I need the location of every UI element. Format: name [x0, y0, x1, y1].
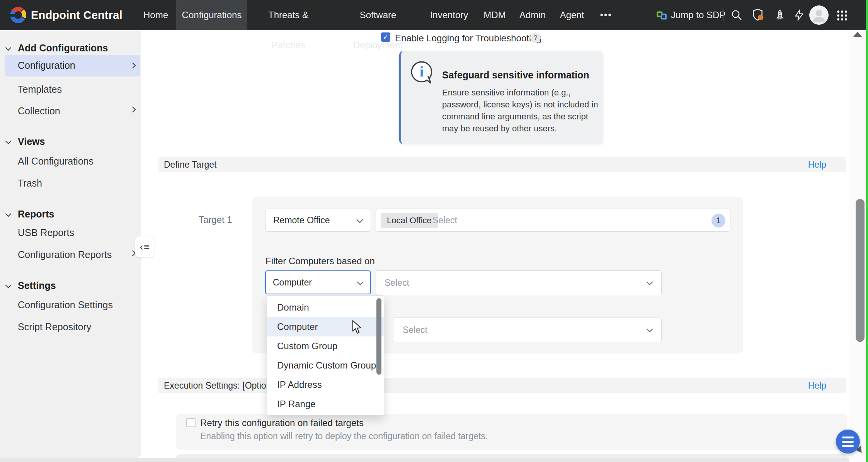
chevron-down-icon: [5, 45, 12, 51]
dropdown-option-domain[interactable]: Domain: [267, 298, 384, 317]
chevron-down-icon: [357, 217, 363, 223]
chevron-right-icon: [130, 250, 136, 256]
sidebar-group-settings[interactable]: Settings: [18, 280, 56, 291]
filter-type-dropdown[interactable]: Computer: [265, 270, 371, 294]
nav-mdm[interactable]: MDM: [480, 0, 509, 30]
logging-help-icon[interactable]: ?: [530, 32, 541, 43]
nav-admin[interactable]: Admin: [518, 0, 547, 30]
chevron-down-icon: [5, 282, 12, 289]
security-shield-icon[interactable]: [751, 8, 765, 22]
sidebar-item-usb-reports[interactable]: USB Reports: [18, 227, 74, 238]
chevron-right-icon: [130, 107, 136, 113]
local-office-chip[interactable]: Local Office: [381, 213, 438, 228]
topbar-divider: [723, 9, 724, 21]
apps-grid-icon[interactable]: [836, 10, 848, 21]
search-icon[interactable]: [731, 9, 742, 21]
menu-lines-icon: ≡: [144, 241, 149, 252]
sidebar-item-configuration[interactable]: Configuration: [5, 55, 140, 76]
office-select-placeholder: Select: [432, 209, 457, 231]
chevron-right-icon: [130, 63, 136, 69]
filter-value-placeholder: Select: [385, 271, 409, 295]
target-scope-dropdown[interactable]: Remote Office: [265, 209, 371, 232]
endpoint-central-app: Endpoint Central Home Configurations Thr…: [0, 0, 868, 462]
define-target-section-header: Define Target Help: [158, 157, 846, 172]
window-bottom-strip: [0, 458, 868, 462]
chevron-down-icon: [647, 326, 653, 333]
nav-home[interactable]: Home: [140, 0, 171, 30]
sidebar-item-templates[interactable]: Templates: [18, 84, 62, 95]
nav-configurations[interactable]: Configurations: [176, 0, 247, 30]
info-card-safeguard: i Safeguard sensitive information Ensure…: [399, 51, 603, 144]
app-title: Endpoint Central: [31, 0, 123, 30]
sidebar: Add Configurations Configuration Templat…: [0, 30, 141, 458]
collapse-sidebar-icon: ‹: [140, 241, 143, 253]
dropdown-option-dynamic-custom-group[interactable]: Dynamic Custom Group: [267, 356, 384, 375]
collapse-sidebar-button[interactable]: ‹≡: [135, 236, 154, 257]
sidebar-group-reports[interactable]: Reports: [18, 209, 54, 220]
info-bubble-icon: i: [410, 60, 435, 86]
chevron-down-icon: [5, 138, 12, 144]
retry-option-panel: Retry this configuration on failed targe…: [176, 414, 847, 450]
dropdown-option-custom-group[interactable]: Custom Group: [267, 336, 384, 356]
feedback-fab-button[interactable]: [836, 430, 860, 454]
screen-recording-border: [866, 0, 868, 462]
retry-label: Retry this configuration on failed targe…: [200, 418, 364, 428]
filter-row2-placeholder: Select: [403, 318, 427, 342]
sdp-app-icon[interactable]: [656, 10, 667, 21]
filter-row2-value-select[interactable]: Select: [393, 318, 662, 342]
dropdown-option-ip-address[interactable]: IP Address: [267, 375, 384, 394]
top-navigation-bar: Endpoint Central Home Configurations Thr…: [0, 0, 868, 30]
enable-logging-label: Enable Logging for Troubleshooting: [395, 33, 541, 44]
nav-threats-patches[interactable]: Threats & Patches: [252, 0, 325, 30]
sidebar-group-views[interactable]: Views: [18, 136, 45, 147]
svg-text:i: i: [420, 64, 424, 80]
selection-count-badge: 1: [711, 214, 725, 228]
info-card-body: Ensure sensitive information (e.g., pass…: [442, 87, 601, 134]
info-card-title: Safeguard sensitive information: [442, 70, 589, 81]
target-row-label: Target 1: [199, 214, 232, 225]
endpoint-central-logo-icon: [10, 7, 26, 23]
sidebar-item-all-configurations[interactable]: All Configurations: [18, 156, 94, 167]
user-avatar[interactable]: [809, 5, 829, 25]
hamburger-menu-icon: [842, 437, 854, 438]
sidebar-item-configuration-settings[interactable]: Configuration Settings: [18, 299, 113, 311]
execution-settings-title: Execution Settings: [Optional]: [164, 378, 281, 393]
dropdown-scrollbar-thumb[interactable]: [376, 298, 381, 375]
define-target-help-link[interactable]: Help: [808, 157, 826, 172]
office-select-field[interactable]: Local Office Select 1: [376, 209, 730, 232]
scrollbar-thumb[interactable]: [856, 199, 865, 342]
retry-checkbox[interactable]: [186, 418, 196, 427]
sidebar-item-script-repository[interactable]: Script Repository: [18, 321, 91, 333]
target-scope-value: Remote Office: [273, 209, 330, 231]
rocket-icon[interactable]: [774, 9, 786, 21]
filter-value-select[interactable]: Select: [376, 270, 662, 295]
sidebar-item-trash[interactable]: Trash: [18, 178, 42, 189]
filter-type-value: Computer: [273, 271, 312, 294]
jump-to-sdp-link[interactable]: Jump to SDP: [671, 0, 725, 30]
chevron-down-icon: [5, 211, 12, 217]
chevron-down-icon: [357, 279, 364, 285]
filter-computers-label: Filter Computers based on: [266, 256, 375, 267]
scroll-up-arrow-icon[interactable]: [853, 32, 862, 37]
page-scrollbar[interactable]: [849, 30, 866, 462]
nav-agent[interactable]: Agent: [557, 0, 587, 30]
filter-type-dropdown-list: Domain Computer Custom Group Dynamic Cus…: [267, 296, 384, 415]
sidebar-group-add-configurations[interactable]: Add Configurations: [18, 42, 108, 54]
lightning-bolt-icon[interactable]: [793, 9, 805, 21]
define-target-title: Define Target: [164, 157, 216, 172]
mouse-cursor-icon: [351, 320, 364, 335]
nav-more-ellipsis-icon[interactable]: •••: [595, 0, 617, 30]
dropdown-option-computer[interactable]: Computer: [267, 317, 384, 336]
execution-settings-help-link[interactable]: Help: [808, 378, 826, 393]
sidebar-item-configuration-reports[interactable]: Configuration Reports: [18, 249, 112, 260]
execution-settings-section-header: Execution Settings: [Optional] Help: [158, 378, 846, 393]
sidebar-item-label: Configuration: [18, 60, 75, 71]
dropdown-option-ip-range[interactable]: IP Range: [267, 394, 384, 414]
nav-inventory[interactable]: Inventory: [430, 0, 468, 30]
retry-description: Enabling this option will retry to deplo…: [200, 431, 488, 442]
sidebar-item-collection[interactable]: Collection: [18, 105, 60, 117]
nav-software-deployment[interactable]: Software Deployment: [335, 0, 421, 30]
chevron-down-icon: [647, 279, 653, 285]
